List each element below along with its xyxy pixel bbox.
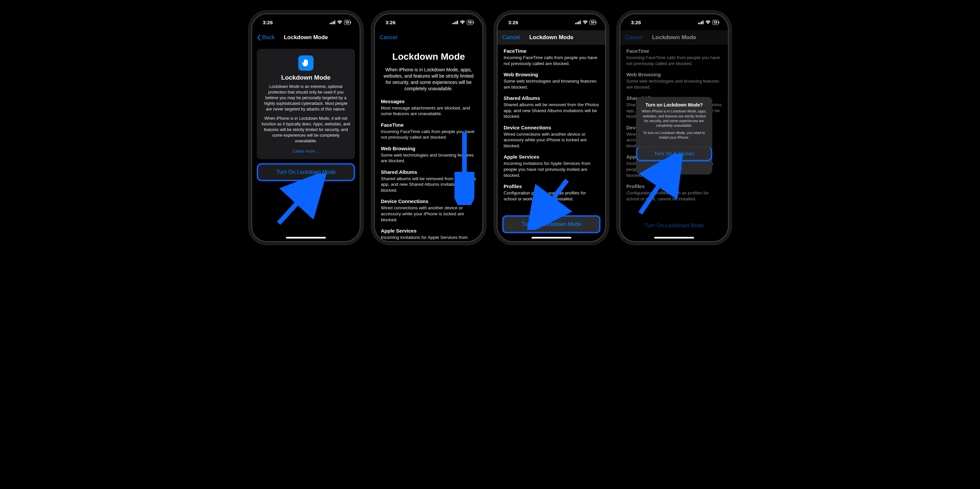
- sheet-content[interactable]: FaceTimeIncoming FaceTime calls from peo…: [498, 45, 605, 212]
- status-time: 3:26: [631, 19, 641, 25]
- notch: [654, 16, 694, 25]
- notch: [531, 16, 571, 25]
- back-button[interactable]: Back: [257, 34, 275, 41]
- alert-cancel-button[interactable]: Cancel: [636, 161, 712, 175]
- section-text: Wired connections with another device or…: [381, 205, 476, 223]
- svg-rect-1: [331, 22, 332, 24]
- battery-icon: 58: [467, 20, 473, 25]
- alert-confirm-button[interactable]: Turn On & Restart: [636, 147, 712, 161]
- hand-icon: [298, 56, 313, 71]
- wifi-icon: [582, 19, 588, 25]
- section-heading: Apple Services: [381, 228, 476, 234]
- learn-more-link[interactable]: Learn more...: [293, 149, 318, 154]
- section-messages: MessagesMost message attachments are blo…: [381, 99, 476, 117]
- nav-title: Lockdown Mode: [284, 34, 328, 41]
- section-text: Incoming invitations for Apple Services …: [381, 234, 476, 241]
- status-icons: 58: [698, 19, 719, 25]
- section-text: Shared albums will be removed from the P…: [381, 176, 476, 193]
- status-icons: 58: [330, 19, 350, 25]
- section-heading: Web Browsing: [381, 146, 476, 151]
- section-facetime: FaceTimeIncoming FaceTime calls from peo…: [504, 48, 599, 66]
- section-shared-albums: Shared AlbumsShared albums will be remov…: [381, 169, 476, 193]
- svg-rect-13: [579, 21, 581, 24]
- sheet-content[interactable]: Lockdown Mode When iPhone is in Lockdown…: [375, 45, 482, 241]
- alert-text-2: To turn on Lockdown Mode, you need to re…: [641, 131, 708, 140]
- battery-icon: 58: [590, 20, 596, 25]
- notch: [286, 16, 326, 25]
- section-device-connections: Device ConnectionsWired connections with…: [381, 198, 476, 223]
- notch: [409, 16, 449, 25]
- section-apple-services: Apple ServicesIncoming invitations for A…: [381, 228, 476, 241]
- sheet-intro: When iPhone is in Lockdown Mode, apps, w…: [381, 67, 476, 92]
- signal-icon: [330, 19, 336, 25]
- sheet-title: Lockdown Mode: [381, 51, 476, 62]
- turn-on-button[interactable]: Turn On Lockdown Mode: [502, 215, 600, 233]
- section-heading: Web Browsing: [504, 72, 599, 77]
- section-facetime: FaceTimeIncoming FaceTime calls from peo…: [381, 122, 476, 140]
- card-p2: When iPhone is in Lockdown Mode, it will…: [261, 116, 350, 143]
- wifi-icon: [460, 19, 465, 25]
- section-heading: FaceTime: [381, 122, 476, 128]
- battery-icon: 58: [712, 20, 719, 25]
- svg-rect-5: [452, 23, 453, 24]
- screen: Cancel Lockdown Mode FaceTimeIncoming Fa…: [620, 30, 728, 241]
- nav-bar: Cancel: [375, 30, 482, 45]
- card-p1: Lockdown Mode is an extreme, optional pr…: [261, 84, 350, 112]
- home-indicator[interactable]: [531, 237, 571, 239]
- section-heading: Shared Albums: [381, 169, 476, 175]
- svg-rect-16: [699, 22, 700, 24]
- back-label: Back: [262, 34, 275, 41]
- alert-body: Turn on Lockdown Mode? When iPhone is in…: [636, 97, 712, 146]
- svg-rect-12: [578, 21, 579, 24]
- screen: Cancel Lockdown Mode When iPhone is in L…: [375, 30, 482, 241]
- cancel-button[interactable]: Cancel: [380, 34, 397, 41]
- status-icons: 58: [452, 19, 473, 25]
- svg-rect-8: [457, 21, 458, 24]
- section-text: Most message attachments are blocked, an…: [381, 105, 476, 117]
- section-heading: Apple Services: [504, 154, 599, 159]
- section-text: Some web technologies and browsing featu…: [381, 152, 476, 164]
- signal-icon: [452, 19, 458, 25]
- section-heading: Device Connections: [381, 198, 476, 204]
- section-text: Incoming invitations for Apple Services …: [504, 161, 599, 178]
- section-text: Some web technologies and browsing featu…: [504, 78, 599, 90]
- svg-rect-2: [333, 21, 334, 24]
- alert-text-1: When iPhone is in Lockdown Mode, apps, w…: [641, 109, 708, 128]
- svg-rect-17: [701, 21, 702, 24]
- nav-bar: Cancel Lockdown Mode: [498, 30, 605, 45]
- status-icons: 58: [575, 19, 596, 25]
- svg-rect-7: [455, 21, 457, 24]
- status-time: 3:26: [508, 19, 518, 25]
- chevron-left-icon: [257, 34, 261, 41]
- section-profiles: ProfilesConfiguration profiles, such as …: [504, 183, 599, 202]
- section-heading: Shared Albums: [504, 95, 599, 101]
- phone-2: 3:26 58 Cancel Lockdown Mode When iPhone…: [374, 13, 484, 242]
- alert-title: Turn on Lockdown Mode?: [641, 102, 708, 107]
- phone-1: 3:26 58 Back Lockdown Mode Lockdown Mode…: [251, 13, 361, 242]
- section-text: Incoming FaceTime calls from people you …: [504, 55, 599, 66]
- section-apple-services: Apple ServicesIncoming invitations for A…: [504, 154, 599, 178]
- status-time: 3:26: [263, 19, 273, 25]
- home-indicator[interactable]: [654, 237, 694, 239]
- signal-icon: [575, 19, 581, 25]
- phone-3: 3:26 58 Cancel Lockdown Mode FaceTimeInc…: [496, 13, 606, 242]
- section-web: Web BrowsingSome web technologies and br…: [504, 72, 599, 90]
- alert-dialog: Turn on Lockdown Mode? When iPhone is in…: [636, 97, 712, 174]
- nav-title: Lockdown Mode: [529, 34, 573, 41]
- status-time: 3:26: [385, 19, 395, 25]
- section-text: Shared albums will be removed from the P…: [504, 102, 599, 119]
- wifi-icon: [705, 19, 711, 25]
- svg-rect-6: [454, 22, 455, 24]
- section-shared-albums: Shared AlbumsShared albums will be remov…: [504, 95, 599, 119]
- section-heading: Messages: [381, 99, 476, 104]
- screen: Cancel Lockdown Mode FaceTimeIncoming Fa…: [498, 30, 605, 241]
- home-indicator[interactable]: [286, 237, 326, 239]
- phone-4: 3:26 58 Cancel Lockdown Mode FaceTimeInc…: [619, 13, 729, 242]
- turn-on-button[interactable]: Turn On Lockdown Mode: [257, 163, 355, 181]
- cancel-button[interactable]: Cancel: [502, 34, 520, 41]
- wifi-icon: [337, 19, 342, 25]
- content: Lockdown Mode Lockdown Mode is an extrem…: [252, 45, 360, 241]
- screen: Back Lockdown Mode Lockdown Mode Lockdow…: [252, 30, 360, 241]
- svg-rect-10: [575, 23, 576, 24]
- svg-rect-0: [330, 23, 331, 24]
